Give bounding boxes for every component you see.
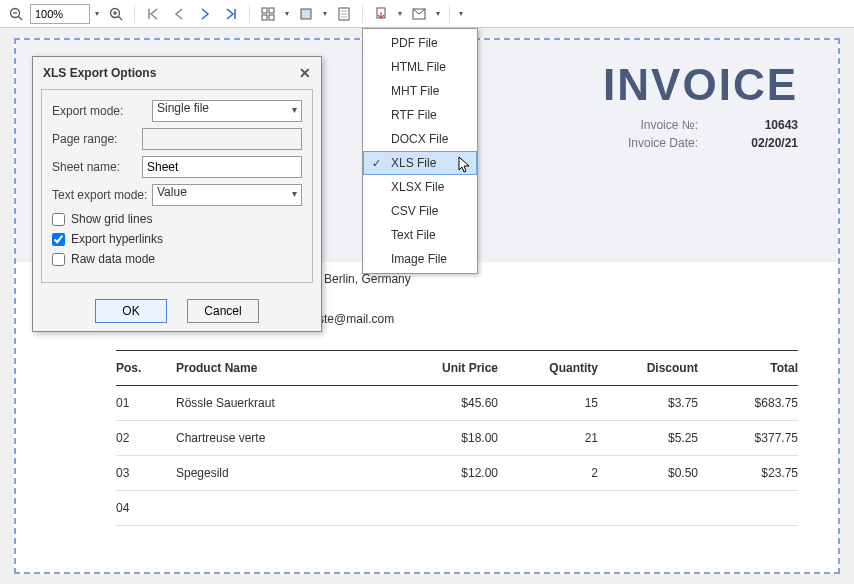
table-cell: Rössle Sauerkraut xyxy=(176,396,398,410)
table-cell: 01 xyxy=(116,396,176,410)
zoom-out-icon[interactable] xyxy=(4,3,28,25)
table-cell: $3.75 xyxy=(598,396,698,410)
table-cell: 03 xyxy=(116,466,176,480)
zoom-input[interactable] xyxy=(30,4,90,24)
menu-item-label: Text File xyxy=(391,228,436,242)
col-price: Unit Price xyxy=(398,361,498,375)
multipage-icon[interactable] xyxy=(256,3,280,25)
table-cell: 15 xyxy=(498,396,598,410)
svg-rect-8 xyxy=(269,8,274,13)
table-row: 04 xyxy=(116,491,798,526)
email-icon[interactable] xyxy=(407,3,431,25)
table-cell: 2 xyxy=(498,466,598,480)
svg-line-1 xyxy=(18,16,22,20)
col-disc: Discount xyxy=(598,361,698,375)
last-page-icon[interactable] xyxy=(219,3,243,25)
sheet-name-label: Sheet name: xyxy=(52,160,142,174)
table-row: 02Chartreuse verte$18.0021$5.25$377.75 xyxy=(116,421,798,456)
export-dropdown-icon[interactable]: ▾ xyxy=(395,9,405,18)
menu-item-label: XLS File xyxy=(391,156,436,170)
zoom-dropdown-icon[interactable]: ▾ xyxy=(92,9,102,18)
email-dropdown-icon[interactable]: ▾ xyxy=(433,9,443,18)
invoice-date-label: Invoice Date: xyxy=(628,136,698,150)
svg-rect-11 xyxy=(301,9,311,19)
sheet-name-input[interactable] xyxy=(142,156,302,178)
menu-item-label: PDF File xyxy=(391,36,438,50)
table-row: 03Spegesild$12.002$0.50$23.75 xyxy=(116,456,798,491)
export-menu-item[interactable]: Image File xyxy=(363,247,477,271)
menu-item-label: DOCX File xyxy=(391,132,448,146)
table-cell: $5.25 xyxy=(598,431,698,445)
col-name: Product Name xyxy=(176,361,398,375)
svg-rect-9 xyxy=(262,15,267,20)
raw-data-mode-checkbox[interactable] xyxy=(52,253,65,266)
table-cell: 21 xyxy=(498,431,598,445)
table-cell: $683.75 xyxy=(698,396,798,410)
export-format-menu: PDF FileHTML FileMHT FileRTF FileDOCX Fi… xyxy=(362,28,478,274)
menu-item-label: Image File xyxy=(391,252,447,266)
export-mode-label: Export mode: xyxy=(52,104,152,118)
close-icon[interactable]: ✕ xyxy=(299,65,311,81)
export-menu-item[interactable]: HTML File xyxy=(363,55,477,79)
bg-color-dropdown-icon[interactable]: ▾ xyxy=(320,9,330,18)
export-hyperlinks-label: Export hyperlinks xyxy=(71,232,163,246)
table-cell: Spegesild xyxy=(176,466,398,480)
svg-rect-7 xyxy=(262,8,267,13)
text-export-mode-select[interactable]: Value xyxy=(152,184,302,206)
first-page-icon[interactable] xyxy=(141,3,165,25)
cancel-button[interactable]: Cancel xyxy=(187,299,259,323)
dialog-title: XLS Export Options xyxy=(43,66,156,80)
invoice-number-label: Invoice №: xyxy=(640,118,698,132)
items-table: Pos. Product Name Unit Price Quantity Di… xyxy=(116,350,798,526)
prev-page-icon[interactable] xyxy=(167,3,191,25)
svg-line-4 xyxy=(118,16,122,20)
export-menu-item[interactable]: DOCX File xyxy=(363,127,477,151)
show-grid-lines-label: Show grid lines xyxy=(71,212,152,226)
menu-item-label: HTML File xyxy=(391,60,446,74)
table-cell: $12.00 xyxy=(398,466,498,480)
col-qty: Quantity xyxy=(498,361,598,375)
export-mode-select[interactable]: Single file xyxy=(152,100,302,122)
svg-rect-10 xyxy=(269,15,274,20)
export-menu-item[interactable]: XLSX File xyxy=(363,175,477,199)
ok-button[interactable]: OK xyxy=(95,299,167,323)
watermark-icon[interactable] xyxy=(332,3,356,25)
page-range-label: Page range: xyxy=(52,132,142,146)
export-menu-item[interactable]: CSV File xyxy=(363,199,477,223)
invoice-date-value: 02/20/21 xyxy=(728,136,798,150)
table-cell xyxy=(176,501,398,515)
overflow-icon[interactable]: ▾ xyxy=(456,9,466,18)
col-pos: Pos. xyxy=(116,361,176,375)
table-cell: $45.60 xyxy=(398,396,498,410)
menu-item-label: XLSX File xyxy=(391,180,444,194)
table-cell: Chartreuse verte xyxy=(176,431,398,445)
export-menu-item[interactable]: ✓XLS File xyxy=(363,151,477,175)
raw-data-mode-label: Raw data mode xyxy=(71,252,155,266)
toolbar: ▾ ▾ ▾ ▾ ▾ ▾ xyxy=(0,0,854,28)
xls-export-dialog: XLS Export Options ✕ Export mode: Single… xyxy=(32,56,322,332)
export-menu-item[interactable]: MHT File xyxy=(363,79,477,103)
multipage-dropdown-icon[interactable]: ▾ xyxy=(282,9,292,18)
export-icon[interactable] xyxy=(369,3,393,25)
background-color-icon[interactable] xyxy=(294,3,318,25)
table-cell: $377.75 xyxy=(698,431,798,445)
page-range-input[interactable] xyxy=(142,128,302,150)
menu-item-label: CSV File xyxy=(391,204,438,218)
table-cell: $23.75 xyxy=(698,466,798,480)
export-menu-item[interactable]: PDF File xyxy=(363,31,477,55)
menu-item-label: RTF File xyxy=(391,108,437,122)
table-cell xyxy=(398,501,498,515)
table-cell: 04 xyxy=(116,501,176,515)
zoom-in-icon[interactable] xyxy=(104,3,128,25)
text-export-mode-label: Text export mode: xyxy=(52,188,152,202)
table-cell: $18.00 xyxy=(398,431,498,445)
show-grid-lines-checkbox[interactable] xyxy=(52,213,65,226)
next-page-icon[interactable] xyxy=(193,3,217,25)
table-cell xyxy=(598,501,698,515)
export-hyperlinks-checkbox[interactable] xyxy=(52,233,65,246)
check-icon: ✓ xyxy=(372,157,381,170)
col-total: Total xyxy=(698,361,798,375)
table-cell: 02 xyxy=(116,431,176,445)
export-menu-item[interactable]: Text File xyxy=(363,223,477,247)
export-menu-item[interactable]: RTF File xyxy=(363,103,477,127)
